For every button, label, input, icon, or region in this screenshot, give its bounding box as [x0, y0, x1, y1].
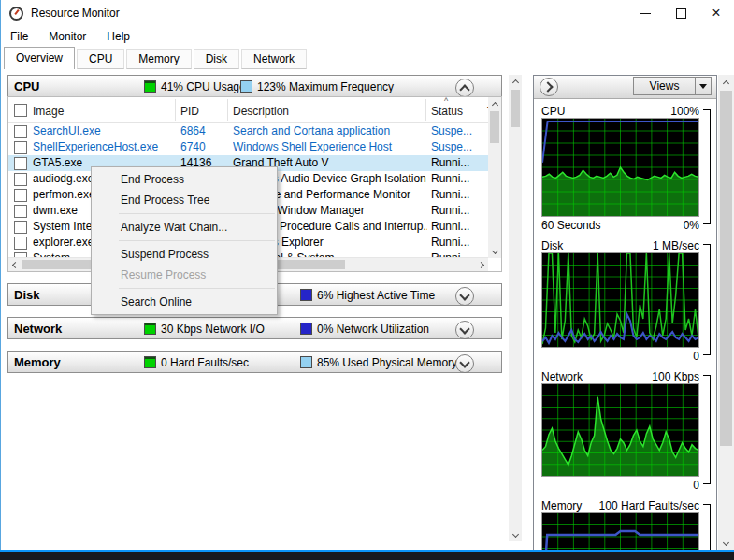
row-checkbox[interactable]: [14, 237, 27, 250]
cpu-graph: [542, 119, 698, 216]
cell-image: ShellExperienceHost.exe: [33, 139, 171, 155]
cpu-graph-time-label: 60 Seconds: [541, 219, 600, 232]
graphs-panel: Views CPU100%60 Seconds0%Disk1 MB/sec0Ne…: [533, 75, 717, 551]
context-menu-item-end-process[interactable]: End Process: [92, 169, 277, 190]
scrollbar-thumb[interactable]: [511, 90, 520, 127]
context-menu-item-suspend-process[interactable]: Suspend Process: [92, 244, 277, 265]
disk-graph-max-label: 1 MB/sec: [653, 239, 699, 252]
tab-disk[interactable]: Disk: [194, 49, 239, 69]
memory-graph-max-label: 100 Hard Faults/sec: [599, 499, 699, 512]
tab-overview[interactable]: Overview: [4, 47, 75, 69]
column-header-status[interactable]: Status: [431, 105, 463, 118]
context-menu-item-analyze-wait-chain[interactable]: Analyze Wait Chain...: [92, 217, 277, 237]
left-pane-scrollbar[interactable]: [509, 75, 522, 541]
graphs-container: CPU100%60 Seconds0%Disk1 MB/sec0Network1…: [534, 101, 716, 551]
network-graph: [542, 384, 698, 476]
context-menu-item-search-online[interactable]: Search Online: [92, 292, 277, 312]
views-button[interactable]: Views: [633, 77, 712, 95]
right-pane-scrollbar[interactable]: [718, 75, 734, 551]
minimize-icon: [640, 13, 651, 14]
maximize-button[interactable]: [663, 2, 698, 24]
table-row[interactable]: ShellExperienceHost.exe6740Windows Shell…: [8, 139, 488, 155]
scroll-down-icon[interactable]: [509, 528, 522, 541]
scrollbar-thumb[interactable]: [490, 111, 499, 143]
memory-expand-button[interactable]: [455, 354, 474, 373]
disk-expand-button[interactable]: [455, 287, 474, 306]
column-header-pid[interactable]: PID: [180, 105, 199, 118]
row-checkbox[interactable]: [14, 189, 27, 202]
process-context-menu: End ProcessEnd Process TreeAnalyze Wait …: [91, 166, 278, 315]
select-all-checkbox[interactable]: [14, 104, 27, 117]
network-graph-title: Network: [541, 370, 583, 383]
menu-item-file[interactable]: File: [3, 28, 36, 45]
cell-description: Search and Cortana application: [233, 123, 427, 139]
network-expand-button[interactable]: [455, 321, 474, 339]
cpu-section-header[interactable]: CPU 41% CPU Usage 123% Maximum Frequency: [7, 75, 502, 97]
cell-pid: 6864: [180, 123, 223, 139]
views-dropdown-button[interactable]: [695, 78, 711, 94]
scroll-up-icon[interactable]: [718, 75, 734, 89]
window-title: Resource Monitor: [31, 7, 120, 20]
column-header-description[interactable]: Description: [233, 105, 289, 118]
network-graph-block: Network100 Kbps0: [541, 366, 711, 494]
cell-status: Suspe...: [431, 123, 482, 139]
taskbar-strip: [0, 550, 734, 560]
network-utilization-label: 0% Network Utilization: [317, 323, 429, 336]
disk-graph-title: Disk: [541, 239, 563, 252]
chevron-right-icon: [542, 81, 553, 92]
cell-status: Runni...: [431, 235, 482, 251]
title-bar[interactable]: Resource Monitor ×: [1, 0, 734, 26]
menu-separator: [119, 288, 275, 289]
table-vertical-scrollbar[interactable]: [488, 97, 501, 258]
network-io-label: 30 Kbps Network I/O: [161, 323, 265, 336]
memory-graph-block: Memory100 Hard Faults/sec: [541, 495, 711, 551]
row-checkbox[interactable]: [14, 141, 27, 154]
row-checkbox[interactable]: [14, 125, 27, 138]
max-frequency-swatch-icon: [240, 80, 252, 93]
network-utilization-swatch-icon: [300, 323, 312, 335]
scroll-up-icon[interactable]: [488, 97, 501, 109]
memory-graph: [542, 513, 698, 551]
memory-section-title: Memory: [14, 355, 61, 369]
disk-graph-block: Disk1 MB/sec0: [541, 236, 711, 365]
scroll-down-icon[interactable]: [488, 246, 501, 258]
hard-faults-label: 0 Hard Faults/sec: [161, 356, 249, 369]
network-graph-min-label: 0: [693, 479, 699, 492]
scale-bracket: [703, 375, 711, 484]
column-header-image[interactable]: Image: [33, 105, 64, 118]
graphs-toolbar: Views: [534, 76, 716, 99]
max-frequency-label: 123% Maximum Frequency: [257, 80, 394, 93]
scroll-right-icon[interactable]: [476, 258, 488, 271]
tab-cpu[interactable]: CPU: [77, 49, 124, 69]
memory-section-header[interactable]: Memory 0 Hard Faults/sec 85% Used Physic…: [7, 351, 502, 373]
tab-memory[interactable]: Memory: [126, 49, 191, 69]
scrollbar-thumb[interactable]: [720, 91, 732, 446]
expand-panel-button[interactable]: [540, 78, 558, 96]
scroll-up-icon[interactable]: [509, 75, 522, 88]
row-checkbox[interactable]: [14, 205, 27, 218]
chevron-up-icon: [459, 84, 469, 94]
scroll-down-icon[interactable]: [718, 537, 734, 551]
scale-bracket: [703, 504, 711, 551]
close-button[interactable]: ×: [698, 2, 734, 24]
window-border: [0, 0, 1, 551]
menu-item-monitor[interactable]: Monitor: [41, 28, 94, 45]
row-checkbox[interactable]: [14, 157, 27, 170]
cell-status: Runni...: [431, 203, 482, 219]
cpu-collapse-button[interactable]: [455, 79, 474, 97]
table-row[interactable]: SearchUI.exe6864Search and Cortana appli…: [8, 123, 488, 139]
row-checkbox[interactable]: [14, 221, 27, 234]
scroll-left-icon[interactable]: [8, 258, 21, 271]
minimize-button[interactable]: [627, 2, 663, 24]
cell-status: Runni...: [431, 187, 482, 203]
network-section-header[interactable]: Network 30 Kbps Network I/O 0% Network U…: [7, 317, 502, 339]
menu-bar: FileMonitorHelp: [1, 26, 734, 47]
context-menu-item-end-process-tree[interactable]: End Process Tree: [92, 190, 277, 210]
close-icon: ×: [712, 6, 720, 21]
menu-item-help[interactable]: Help: [99, 28, 137, 45]
cell-description: Windows Shell Experience Host: [233, 139, 427, 155]
row-checkbox[interactable]: [14, 173, 27, 186]
memory-graph-title: Memory: [541, 499, 582, 512]
tab-network[interactable]: Network: [241, 49, 307, 69]
cell-pid: 6740: [180, 139, 223, 155]
